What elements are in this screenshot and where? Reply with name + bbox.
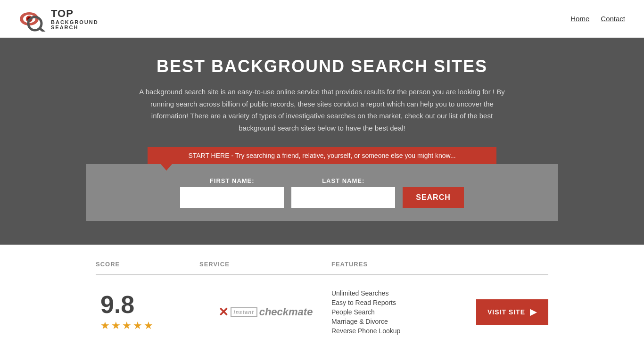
star-2: ★ (111, 320, 121, 332)
checkmate-label: checkmate (259, 306, 313, 318)
hero-title: BEST BACKGROUND SEARCH SITES (9, 57, 635, 76)
feature-1-5: Reverse Phone Lookup (331, 327, 400, 335)
feature-1-3: People Search (331, 308, 400, 316)
score-col-1: 9.8 ★ ★ ★ ★ ★ (96, 292, 199, 332)
hero-section: BEST BACKGROUND SEARCH SITES A backgroun… (0, 38, 644, 245)
svg-line-5 (40, 28, 44, 32)
last-name-input[interactable] (291, 187, 395, 208)
nav-home[interactable]: Home (570, 15, 589, 23)
search-form-container: FIRST NAME: LAST NAME: SEARCH (86, 164, 558, 221)
feature-1-1: Unlimited Searches (331, 289, 400, 297)
logo-sub2: SEARCH (51, 25, 99, 30)
header-features: FEATURES (331, 261, 548, 268)
table-row: 9.8 ★ ★ ★ ★ ★ ✕ instant checkmate Unlimi… (96, 275, 548, 349)
search-banner: START HERE - Try searching a friend, rel… (148, 147, 496, 164)
search-button[interactable]: SEARCH (403, 187, 464, 208)
search-form: FIRST NAME: LAST NAME: SEARCH (96, 177, 548, 208)
first-name-group: FIRST NAME: (180, 177, 284, 208)
stars-1: ★ ★ ★ ★ ★ (100, 320, 153, 332)
star-1: ★ (100, 320, 110, 332)
table-header: SCORE SERVICE FEATURES (96, 254, 548, 275)
logo-icon (19, 6, 47, 32)
first-name-label: FIRST NAME: (180, 177, 284, 184)
features-visit-1: Unlimited Searches Easy to Read Reports … (331, 289, 548, 335)
header: TOP BACKGROUND SEARCH Home Contact (0, 0, 644, 38)
logo-text: TOP BACKGROUND SEARCH (51, 8, 99, 30)
checkmate-logo: ✕ instant checkmate (218, 305, 313, 320)
first-name-input[interactable] (180, 187, 284, 208)
hero-description: A background search site is an easy-to-u… (138, 86, 506, 134)
banner-text: START HERE - Try searching a friend, rel… (188, 152, 455, 159)
feature-1-2: Easy to Read Reports (331, 299, 400, 306)
score-1: 9.8 (100, 292, 134, 317)
logo-top: TOP (51, 8, 74, 19)
feature-1-4: Marriage & Divorce (331, 318, 400, 325)
table-row: 9.4 ★ ★ ★ ★ ★ PeopleLooker Accurate and … (96, 349, 548, 362)
x-icon: ✕ (218, 305, 229, 320)
service-col-1: ✕ instant checkmate (199, 305, 331, 320)
star-4: ★ (133, 320, 142, 332)
last-name-group: LAST NAME: (291, 177, 395, 208)
logo-sub1: BACKGROUND (51, 20, 99, 25)
main-nav: Home Contact (570, 15, 625, 23)
visit-btn-1[interactable]: VISIT SITE ▶ (476, 299, 548, 325)
logo: TOP BACKGROUND SEARCH (19, 6, 99, 32)
star-5: ★ (144, 320, 153, 332)
visit-btn-1-label: VISIT SITE (487, 308, 525, 316)
header-service: SERVICE (199, 261, 331, 268)
last-name-label: LAST NAME: (291, 177, 395, 184)
instant-label: instant (231, 307, 257, 317)
arrow-icon-1: ▶ (530, 307, 537, 317)
features-col-1: Unlimited Searches Easy to Read Reports … (331, 289, 400, 335)
star-3: ★ (122, 320, 132, 332)
results-section: SCORE SERVICE FEATURES 9.8 ★ ★ ★ ★ ★ ✕ i… (86, 254, 558, 362)
nav-contact[interactable]: Contact (601, 15, 625, 23)
header-score: SCORE (96, 261, 199, 268)
